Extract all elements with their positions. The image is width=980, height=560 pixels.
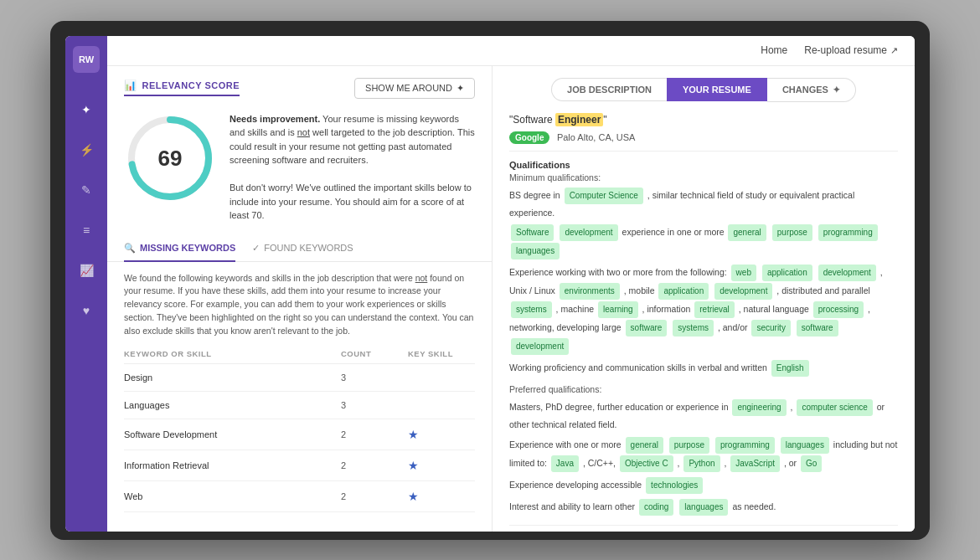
chart-icon: 📊 <box>124 80 137 91</box>
development-tag4: development <box>511 338 569 355</box>
sidebar-icon-heart[interactable]: ♥ <box>75 299 98 322</box>
magic-wand-icon: ✦ <box>456 83 464 94</box>
cs-tag: Computer Science <box>565 188 643 204</box>
min-qualifications-label: Minimum qualifications: <box>509 172 898 182</box>
engineer-highlight: Engineer <box>555 113 603 126</box>
score-encouragement: But don't worry! We've outlined the impo… <box>230 181 475 223</box>
table-header: KEYWORD OR SKILL COUNT KEY SKILL <box>124 344 475 364</box>
body-area: 📊 RELEVANCY SCORE SHOW ME AROUND ✦ <box>107 66 915 532</box>
pref-accessible: Experience developing accessible technol… <box>509 476 898 495</box>
systems-tag: systems <box>511 301 552 318</box>
sidebar-icon-wand[interactable]: ✦ <box>75 98 98 121</box>
search-icon: 🔍 <box>124 243 136 254</box>
keywords-table: KEYWORD OR SKILL COUNT KEY SKILL Design … <box>107 344 492 512</box>
application-tag: application <box>762 265 812 281</box>
sidebar: RW ✦ ⚡ ✎ ≡ 📈 ♥ <box>65 36 107 532</box>
left-panel-header: 📊 RELEVANCY SCORE SHOW ME AROUND ✦ <box>107 66 492 99</box>
tab-changes[interactable]: CHANGES ✦ <box>767 78 856 102</box>
app-logo[interactable]: RW <box>73 46 100 73</box>
reupload-link[interactable]: Re-upload resume ↗ <box>804 44 898 56</box>
sidebar-icon-chart[interactable]: 📈 <box>75 259 98 282</box>
languages-tag2: languages <box>781 437 829 454</box>
qualification-bs: BS degree in Computer Science , similar … <box>509 187 898 221</box>
show-me-around-button[interactable]: SHOW ME AROUND ✦ <box>354 78 475 99</box>
found-keywords-tab[interactable]: ✓ FOUND KEYWORDS <box>252 236 353 262</box>
objective-c-tag: Objective C <box>620 455 673 472</box>
pref-learn: Interest and ability to learn other codi… <box>509 498 898 516</box>
score-circle: 69 <box>124 112 216 204</box>
technologies-tag: technologies <box>646 477 703 494</box>
left-panel: 📊 RELEVANCY SCORE SHOW ME AROUND ✦ <box>107 66 493 532</box>
qualification-software: Software development experience in one o… <box>509 223 898 260</box>
divider <box>509 151 898 152</box>
relevancy-score-label: 📊 RELEVANCY SCORE <box>124 80 240 96</box>
divider2 <box>509 525 898 526</box>
pref-qualifications-label: Preferred qualifications: <box>509 384 898 394</box>
application-tag2: application <box>658 283 709 300</box>
sidebar-icon-edit[interactable]: ✎ <box>75 178 98 202</box>
python-tag: Python <box>683 455 720 472</box>
right-panel-content: "Software Engineer" Google Palo Alto, CA… <box>493 102 915 532</box>
top-nav: Home Re-upload resume ↗ <box>107 36 915 66</box>
development-tag3: development <box>714 283 772 300</box>
javascript-tag: JavaScript <box>730 455 780 472</box>
languages-tag: languages <box>511 243 560 259</box>
software-tag3: software <box>797 320 838 337</box>
company-badge: Google <box>509 131 549 144</box>
general-tag: general <box>728 224 766 241</box>
programming-tag2: programming <box>715 437 775 454</box>
purpose-tag2: purpose <box>669 437 709 454</box>
english-tag: English <box>771 360 809 377</box>
environments-tag: environments <box>560 283 620 300</box>
software-tag2: software <box>626 320 668 337</box>
company-location: Google Palo Alto, CA, USA <box>509 129 898 144</box>
software-tag: Software <box>511 224 554 241</box>
web-tag: web <box>731 265 756 281</box>
main-content: Home Re-upload resume ↗ 📊 RELEVANCY SCOR… <box>107 36 915 532</box>
qualification-experience: Experience working with two or more from… <box>509 264 898 356</box>
score-number: 69 <box>158 145 183 171</box>
changes-icon: ✦ <box>833 85 840 95</box>
right-panel: JOB DESCRIPTION YOUR RESUME CHANGES ✦ "S… <box>493 66 915 532</box>
table-row: Languages 3 <box>124 392 475 419</box>
systems-tag2: systems <box>673 320 714 337</box>
table-row: Web 2 ★ <box>124 481 475 512</box>
languages-tag3: languages <box>679 499 728 516</box>
processing-tag: processing <box>813 301 864 318</box>
security-tag: security <box>751 320 790 337</box>
right-panel-tabs: JOB DESCRIPTION YOUR RESUME CHANGES ✦ <box>493 66 915 102</box>
retrieval-tag: retrieval <box>694 301 735 318</box>
general-tag2: general <box>626 437 663 454</box>
development-tag2: development <box>818 265 876 281</box>
score-section: 69 Needs improvement. Your resume is mis… <box>107 99 492 236</box>
tab-job-description[interactable]: JOB DESCRIPTION <box>551 78 667 101</box>
missing-keywords-tab[interactable]: 🔍 MISSING KEYWORDS <box>124 236 235 262</box>
keyword-tabs: 🔍 MISSING KEYWORDS ✓ FOUND KEYWORDS <box>107 236 492 262</box>
development-tag: development <box>560 224 617 241</box>
purpose-tag: purpose <box>772 224 812 241</box>
go-tag: Go <box>801 455 822 472</box>
check-icon: ✓ <box>252 243 260 254</box>
engineering-tag: engineering <box>732 399 786 416</box>
score-description: Needs improvement. Your resume is missin… <box>230 112 475 223</box>
pref-masters: Masters, PhD degree, further education o… <box>509 398 898 433</box>
qualification-proficiency: Working proficiency and communication sk… <box>509 359 898 378</box>
sidebar-icon-list[interactable]: ≡ <box>75 218 98 242</box>
java-tag: Java <box>551 455 579 472</box>
table-row: Design 3 <box>124 364 475 392</box>
upload-icon: ↗ <box>890 45 898 56</box>
tab-your-resume[interactable]: YOUR RESUME <box>667 78 767 101</box>
programming-tag: programming <box>818 224 878 241</box>
home-link[interactable]: Home <box>761 44 787 56</box>
computer-science-tag: computer science <box>797 399 872 416</box>
keywords-description: We found the following keywords and skil… <box>107 262 492 345</box>
job-title: "Software Engineer" <box>509 114 898 126</box>
pref-experience: Experience with one or more general purp… <box>509 436 898 473</box>
learning-tag: learning <box>598 301 638 318</box>
table-row: Software Development 2 ★ <box>124 419 475 450</box>
sidebar-icon-lightning[interactable]: ⚡ <box>75 138 98 162</box>
table-row: Information Retrieval 2 ★ <box>124 450 475 481</box>
qualifications-heading: Qualifications <box>509 160 898 170</box>
coding-tag: coding <box>639 499 673 516</box>
